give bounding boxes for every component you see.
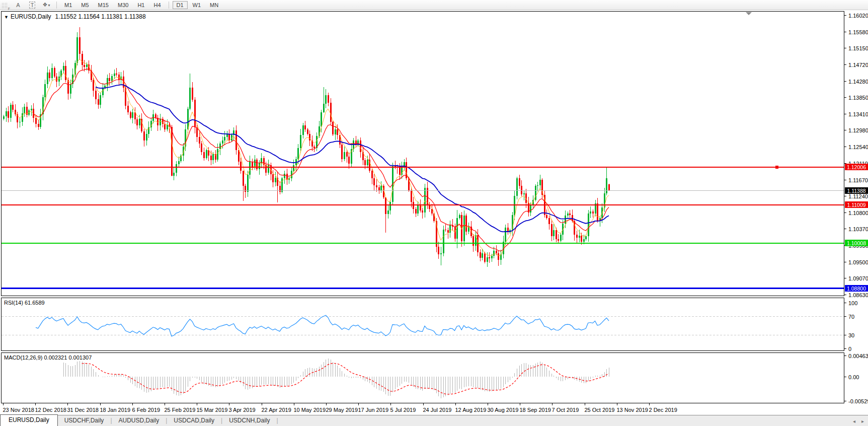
svg-text:1.11009: 1.11009 [847, 202, 865, 208]
svg-text:22 Apr 2019: 22 Apr 2019 [262, 407, 291, 413]
svg-text:1.08630: 1.08630 [848, 292, 868, 298]
svg-text:1.11388: 1.11388 [847, 188, 865, 194]
timeframe-button-W1[interactable]: W1 [189, 1, 205, 9]
svg-text:1.09070: 1.09070 [848, 275, 868, 281]
svg-text:1.09500: 1.09500 [848, 259, 868, 265]
svg-text:1.14720: 1.14720 [848, 62, 868, 68]
svg-text:1.08800: 1.08800 [847, 286, 866, 292]
svg-text:1.15150: 1.15150 [848, 45, 868, 51]
date-axis[interactable]: 23 Nov 201812 Dec 201831 Dec 201818 Jan … [3, 403, 677, 413]
svg-text:1.14280: 1.14280 [848, 79, 868, 85]
rsi-axis[interactable]: 10070300 [844, 300, 857, 352]
tab-divider: | [276, 415, 278, 426]
timeframe-button-H4[interactable]: H4 [149, 1, 165, 9]
svg-text:1.12006: 1.12006 [847, 164, 866, 170]
svg-text:1.11670: 1.11670 [848, 177, 868, 183]
svg-text:-0.00529: -0.00529 [848, 398, 868, 404]
macd-axis[interactable]: 0.004630.00-0.00529 [844, 353, 868, 404]
svg-text:6 Feb 2019: 6 Feb 2019 [132, 407, 161, 413]
timeframe-button-M5[interactable]: M5 [77, 1, 93, 9]
svg-text:12 Aug 2019: 12 Aug 2019 [455, 407, 487, 413]
toolbar-separator [169, 2, 169, 9]
timeframe-button-MN[interactable]: MN [206, 1, 222, 9]
svg-text:1.16020: 1.16020 [848, 13, 868, 19]
chart-tab-bar: EURUSD,DailyUSDCHF,Daily|AUDUSD,Daily|US… [0, 415, 868, 426]
svg-text:23 Nov 2018: 23 Nov 2018 [3, 407, 34, 413]
svg-text:5 Jul 2019: 5 Jul 2019 [390, 407, 416, 413]
chart-collapse-icon[interactable]: ▼ [4, 15, 9, 20]
svg-text:1.15580: 1.15580 [848, 29, 868, 35]
svg-text:1.13410: 1.13410 [848, 111, 868, 117]
chart-symbol-label: EURUSD,Daily [11, 13, 51, 20]
tab-scroll-nav: ◂ ▸ [853, 418, 864, 426]
chart-tab-usdcnh[interactable]: USDCNH,Daily [222, 415, 276, 426]
svg-text:0.00: 0.00 [848, 374, 859, 380]
timeframe-button-M1[interactable]: M1 [60, 1, 76, 9]
svg-text:7 Oct 2019: 7 Oct 2019 [552, 407, 579, 413]
price-axis[interactable]: 1.160201.155801.151501.147201.142801.138… [844, 13, 868, 298]
svg-text:30 Aug 2019: 30 Aug 2019 [488, 407, 519, 413]
svg-text:0: 0 [848, 346, 851, 352]
dropdown-caret-icon[interactable]: ▾ [48, 3, 50, 8]
object-arrange-icon[interactable]: ❖▾ [39, 2, 53, 8]
svg-text:70: 70 [848, 314, 854, 320]
chart-workspace[interactable]: 1.160201.155801.151501.147201.142801.138… [0, 0, 868, 426]
svg-text:30: 30 [848, 332, 854, 338]
font-annotation-icon[interactable]: A [11, 2, 25, 8]
timeframe-button-M30[interactable]: M30 [114, 1, 132, 9]
chart-ohlc-quotes: 1.11552 1.11564 1.11381 1.11388 [55, 13, 146, 20]
chart-tab-eurusd[interactable]: EURUSD,Daily [0, 414, 58, 426]
svg-text:24 Jul 2019: 24 Jul 2019 [423, 407, 452, 413]
svg-text:100: 100 [848, 300, 857, 306]
chart-title: ▼EURUSD,Daily1.11552 1.11564 1.11381 1.1… [4, 13, 146, 20]
svg-text:15 Mar 2019: 15 Mar 2019 [197, 407, 228, 413]
tab-scroll-right-icon[interactable]: ▸ [861, 418, 864, 424]
svg-text:1.12980: 1.12980 [848, 127, 868, 133]
top-toolbar: F A T ❖▾ M1M5M15M30H1H4D1W1MN [0, 0, 868, 10]
svg-text:1.10008: 1.10008 [847, 240, 866, 246]
rsi-indicator-label: RSI(14) 61.6589 [4, 300, 45, 306]
svg-text:1.11240: 1.11240 [848, 193, 868, 199]
svg-text:12 Dec 2018: 12 Dec 2018 [35, 407, 66, 413]
svg-text:18 Jan 2019: 18 Jan 2019 [100, 407, 131, 413]
svg-text:0.00463: 0.00463 [848, 353, 868, 359]
toolbar-grip-icon[interactable]: F [2, 3, 8, 9]
chart-tab-usdcad[interactable]: USDCAD,Daily [167, 415, 221, 426]
toolbar-separator [56, 2, 57, 9]
timeframe-button-H1[interactable]: H1 [133, 1, 148, 9]
svg-text:25 Feb 2019: 25 Feb 2019 [165, 407, 196, 413]
svg-text:1.12540: 1.12540 [848, 144, 868, 150]
timeframe-button-M15[interactable]: M15 [94, 1, 113, 9]
svg-text:29 May 2019: 29 May 2019 [326, 407, 358, 413]
text-label-icon[interactable]: T [25, 2, 39, 8]
chart-tab-usdchf[interactable]: USDCHF,Daily [58, 415, 111, 426]
tab-scroll-left-icon[interactable]: ◂ [853, 418, 855, 424]
svg-text:25 Oct 2019: 25 Oct 2019 [585, 407, 615, 413]
svg-text:1.10800: 1.10800 [848, 210, 868, 216]
svg-text:31 Dec 2018: 31 Dec 2018 [67, 407, 99, 413]
timeframe-button-D1[interactable]: D1 [173, 1, 188, 9]
svg-text:3 Apr 2019: 3 Apr 2019 [229, 407, 256, 413]
svg-text:13 Nov 2019: 13 Nov 2019 [617, 407, 648, 413]
svg-text:18 Sep 2019: 18 Sep 2019 [520, 407, 551, 413]
svg-text:17 Jun 2019: 17 Jun 2019 [358, 407, 389, 413]
svg-text:10 May 2019: 10 May 2019 [294, 407, 326, 413]
svg-text:1.10370: 1.10370 [848, 226, 868, 232]
chart-tab-audusd[interactable]: AUDUSD,Daily [112, 415, 166, 426]
macd-indicator-label: MACD(12,26,9) 0.002321 0.001307 [4, 354, 92, 361]
svg-text:2 Dec 2019: 2 Dec 2019 [649, 407, 677, 413]
timeframe-button-group: M1M5M15M30H1H4D1W1MN [60, 1, 223, 9]
svg-text:1.13850: 1.13850 [848, 95, 868, 101]
